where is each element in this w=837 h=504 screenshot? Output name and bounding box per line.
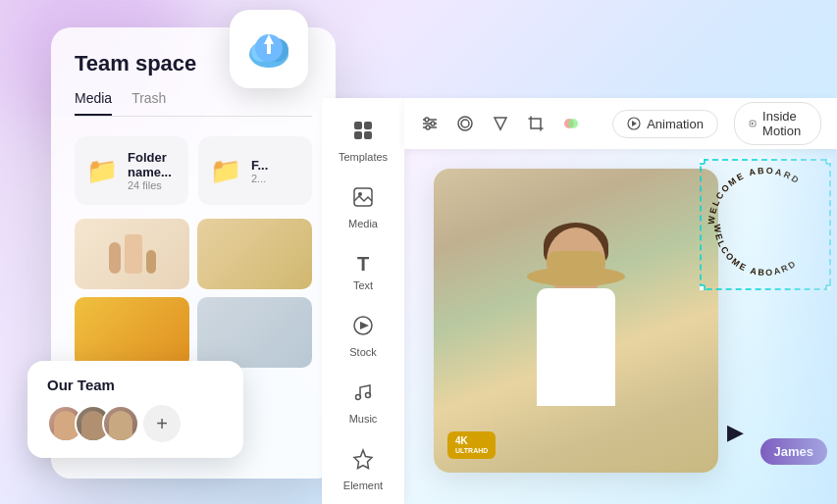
sidebar-item-stock[interactable]: Stock [322,303,404,370]
svg-rect-9 [364,131,372,139]
media-image-3[interactable] [75,297,189,368]
element-icon [352,448,374,476]
sidebar-item-text[interactable]: T Text [322,241,404,303]
media-image-2[interactable] [197,219,312,289]
svg-rect-6 [354,122,362,129]
sidebar-item-music[interactable]: Music [322,370,404,436]
sidebar-label-element: Element [343,479,383,491]
shape-crop-icon-button[interactable] [491,106,510,141]
canvas-card: 4K ULTRAHD [434,169,718,473]
sidebar-label-text: Text [353,279,373,291]
4k-badge: 4K ULTRAHD [447,431,496,459]
sidebar-label-templates: Templates [339,151,388,163]
svg-marker-13 [360,322,369,329]
sidebar-label-music: Music [349,413,378,425]
tabs-row: Media Trash [75,90,312,117]
upload-cloud-icon [230,10,308,88]
curved-text-svg: WELCOME ABOARD WELCOME ABOARD [700,159,831,290]
avatars-row: + [47,405,224,442]
our-team-title: Our Team [47,377,224,393]
stock-icon [352,315,374,342]
inside-motion-label: Inside Motion [762,109,807,138]
text-icon: T [357,253,369,276]
svg-point-26 [431,122,435,126]
svg-point-14 [356,395,361,400]
svg-text:WELCOME ABOARD: WELCOME ABOARD [712,224,799,277]
4k-label: 4K [455,435,468,446]
animation-button[interactable]: Animation [612,110,718,138]
svg-rect-10 [354,188,372,206]
sidebar-item-templates[interactable]: Templates [322,108,404,175]
color-filter-icon-button[interactable] [561,106,581,141]
folder-icon-2: 📁 [210,156,241,186]
animation-label: Animation [647,117,704,131]
sidebar-label-stock: Stock [349,346,377,358]
inside-motion-button[interactable]: Inside Motion [734,102,821,145]
svg-point-28 [458,117,472,130]
canvas-area: 4K ULTRAHD WELCOME ABOARD WELCOME [404,149,837,504]
sidebar-item-element[interactable]: Element [322,436,404,503]
svg-rect-5 [267,44,271,54]
woman-silhouette [497,218,654,473]
svg-rect-7 [364,122,372,129]
folder-name-2: F... [251,158,268,173]
media-icon [352,186,374,214]
folder-card-2[interactable]: 📁 F... 2... [198,136,312,205]
sidebar: Templates Media T Text Stock [322,98,404,504]
our-team-card: Our Team + [27,361,243,458]
adjust-icon-button[interactable] [420,106,440,141]
folders-grid: 📁 Folder name... 24 files 📁 F... 2... [75,136,312,205]
svg-point-29 [461,120,469,127]
selection-box: WELCOME ABOARD WELCOME ABOARD [700,159,831,290]
media-image-4[interactable] [197,297,312,368]
media-image-1[interactable] [75,219,189,289]
music-icon [352,381,374,409]
avatar-3 [102,405,139,442]
crop-icon-button[interactable] [526,106,546,141]
templates-icon [352,120,374,147]
sidebar-item-media[interactable]: Media [322,175,404,241]
svg-point-25 [425,118,429,122]
folder-count-1: 24 files [128,179,177,191]
mask-icon-button[interactable] [455,106,475,141]
folder-card-1[interactable]: 📁 Folder name... 24 files [75,136,188,205]
svg-rect-8 [354,131,362,139]
photo-area: 4K ULTRAHD [434,169,718,473]
tab-media[interactable]: Media [75,90,112,116]
body [537,288,615,406]
media-image-grid [75,219,312,368]
folder-count-2: 2... [251,173,268,184]
svg-point-27 [426,126,430,129]
tab-trash[interactable]: Trash [131,90,166,116]
top-toolbar: Animation Inside Motion [404,98,837,149]
folder-icon-1: 📁 [86,156,118,186]
cursor: ▶ [727,420,744,445]
hat-brim [527,267,625,286]
collaborator-badge: James [760,438,827,465]
sidebar-label-media: Media [348,218,378,229]
svg-point-15 [366,393,371,398]
folder-name-1: Folder name... [128,150,177,179]
ultrahd-label: ULTRAHD [455,447,488,455]
svg-text:WELCOME ABOARD: WELCOME ABOARD [706,166,802,225]
add-team-member-button[interactable]: + [143,405,181,442]
svg-point-31 [568,119,578,128]
